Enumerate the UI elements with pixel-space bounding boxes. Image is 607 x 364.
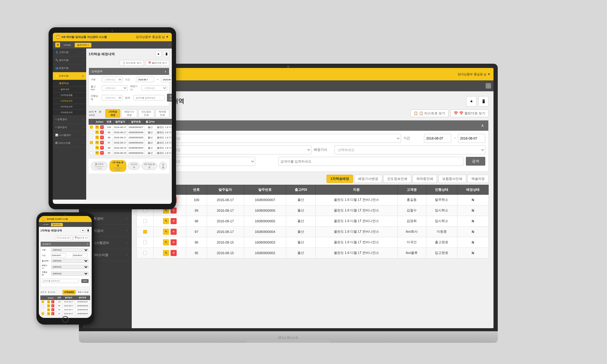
search-btn[interactable]: 검색 (466, 157, 485, 166)
edit-icon[interactable]: ✎ (163, 250, 169, 256)
next-icon[interactable]: › (486, 83, 491, 89)
td-checkbox[interactable] (137, 226, 154, 237)
tablet-edit-icon[interactable]: ✎ (95, 146, 99, 150)
tablet-sidebar-system[interactable]: 📊 시스템관리› (53, 131, 86, 139)
phone-period-to[interactable] (72, 253, 87, 258)
phone-btn-change-driver[interactable]: 배정기사변경 (76, 290, 90, 295)
phone-mobile-btn[interactable]: 📱 (86, 228, 90, 233)
phone-td-cb[interactable] (41, 312, 45, 316)
tablet-sidebar-outsource[interactable]: ⭐ 외주지원∧ (53, 72, 86, 80)
edit-icon[interactable]: ✎ (163, 239, 169, 245)
phone-td-orderno[interactable]: 16080900007 (75, 300, 90, 304)
tablet-td-orderno[interactable]: 16080900002 (127, 150, 144, 156)
tablet-td-orderno[interactable]: 16080900007 (127, 125, 144, 130)
tablet-td-cb[interactable] (89, 130, 94, 135)
btn-print-insurance[interactable]: 보험증서인쇄 (438, 175, 466, 183)
tablet-td-orderno[interactable]: 16080900003 (127, 145, 144, 150)
tablet-td-cb[interactable] (89, 150, 94, 156)
tablet-sidebar-1st-status[interactable]: · 1차탁송현황 (53, 93, 86, 98)
tablet-gubun-select[interactable]: 선택하세요 (102, 77, 123, 82)
delete-icon[interactable]: ✕ (171, 239, 177, 245)
td-order-no[interactable]: 16080900005 (244, 216, 286, 226)
tablet-delete-icon[interactable]: ✕ (100, 125, 104, 129)
td-order-no[interactable]: 16080900002 (244, 248, 286, 258)
td-order-no[interactable]: 16080900004 (244, 226, 286, 237)
phone-baejung-select[interactable]: 선택하세요 (51, 265, 89, 269)
tablet-delete-icon[interactable]: ✕ (100, 146, 104, 150)
phone-period-from[interactable] (51, 253, 66, 258)
tablet-sidebar-patrol[interactable]: + 순회경비› (53, 116, 86, 123)
delete-icon[interactable]: ✕ (171, 250, 177, 256)
tablet-edit-icon[interactable]: ✎ (95, 136, 99, 139)
tablet-td-cb[interactable] (89, 135, 94, 140)
tablet-sidebar-inspection[interactable]: + 경비검사› (53, 123, 86, 131)
mobile-btn[interactable]: 📱 (478, 96, 489, 106)
phone-search-collapse[interactable]: ∧ (87, 243, 88, 245)
tablet-edit-icon[interactable]: ✎ (95, 141, 99, 144)
tablet-bookmark-btn[interactable]: ★ (155, 51, 161, 57)
search-collapse-icon[interactable]: ∧ (481, 123, 484, 128)
phone-td-orderno[interactable]: 16080900006 (75, 304, 90, 308)
phone-list-btn[interactable]: 📋 리스트로 보기 (55, 236, 72, 240)
delete-icon[interactable]: ✕ (171, 218, 177, 224)
phone-bookmark-btn[interactable]: ★ (81, 228, 85, 233)
tablet-edit-icon[interactable]: ✎ (95, 130, 99, 134)
btn-print-delivery[interactable]: 인도정보인쇄 (383, 175, 411, 183)
period-to-input[interactable] (458, 134, 485, 143)
td-checkbox[interactable] (137, 237, 154, 248)
phone-btn-1st-assign[interactable]: 1차탁송배정 (63, 290, 76, 295)
td-order-no[interactable]: 16080900003 (244, 237, 286, 248)
phone-delete-icon[interactable]: ✕ (51, 300, 54, 303)
phone-keyword-input[interactable] (42, 279, 79, 283)
phone-td-cb[interactable] (41, 308, 45, 312)
btn-print-cert[interactable]: 제작증인쇄 (412, 175, 437, 183)
edit-icon[interactable]: ✎ (163, 218, 169, 224)
tablet-delete-icon[interactable]: ✕ (100, 136, 104, 139)
tablet-delete-icon[interactable]: ✕ (100, 130, 104, 134)
tablet-delete-icon[interactable]: ✕ (100, 151, 104, 155)
list-view-btn[interactable]: 📋 📋 리스트로 보기 (410, 110, 449, 117)
tablet-td-cb[interactable] (89, 125, 94, 130)
phone-edit-icon[interactable]: ✎ (47, 308, 50, 311)
tablet-edit-icon[interactable]: ✎ (95, 151, 99, 155)
phone-delete-icon[interactable]: ✕ (51, 304, 54, 307)
tablet-td-orderno[interactable]: 16080900004 (127, 140, 144, 145)
tablet-edit-icon[interactable]: ✎ (95, 125, 99, 129)
phone-search-btn[interactable]: 검색 (81, 279, 89, 283)
phone-delete-icon[interactable]: ✕ (51, 308, 54, 311)
tablet-period-from[interactable] (136, 77, 154, 82)
tablet-calendar-view-btn[interactable]: 📅 캘린더로 보기 (146, 60, 169, 66)
tablet-sidebar-logistics[interactable]: - 물류탁송 (53, 80, 86, 87)
tablet-menu-icon[interactable]: ☰ (55, 42, 60, 47)
tablet-sidebar-ops[interactable]: 👥 운영지원› (53, 64, 86, 72)
tablet-btn-print-delivery[interactable]: 인도정보인쇄 (138, 109, 154, 118)
phone-edit-icon[interactable]: ✎ (47, 312, 50, 315)
td-order-no[interactable]: 16080900007 (244, 194, 286, 205)
btn-change-driver[interactable]: 배정기사변경 (354, 175, 382, 183)
td-checkbox[interactable] (137, 216, 154, 226)
phone-td-orderno[interactable]: 16080900005 (75, 308, 90, 312)
tablet-search-collapse[interactable]: ∧ (164, 70, 167, 73)
phone-calendar-btn[interactable]: 📅 캘린더로 보기 (73, 236, 90, 240)
bookmark-btn[interactable]: ★ (466, 96, 476, 106)
phone-jinhang-select[interactable]: 선택하세요 (51, 271, 89, 276)
phone-edit-icon[interactable]: ✎ (47, 304, 50, 307)
tablet-btn-change-driver[interactable]: 배정기사변경 (121, 109, 137, 118)
tablet-td-orderno[interactable]: 16080900005 (127, 135, 144, 140)
td-order-no[interactable]: 16080900006 (244, 205, 286, 216)
btn-excel[interactable]: 액셀저장 (467, 175, 489, 183)
gubun-select[interactable]: 선택하세요 (161, 134, 401, 143)
tablet-sidebar-2nd-assign[interactable]: · 2차배정내역 (53, 110, 86, 116)
tablet-sidebar-service[interactable]: ☰ 서비스지원› (53, 139, 86, 147)
tablet-sidebar-1st-history[interactable]: · 1차탁송내역 (53, 98, 86, 104)
phone-home-button[interactable] (62, 316, 69, 323)
calendar-view-btn[interactable]: 📅 📅 캘린더로 보기 (450, 110, 489, 117)
tablet-mobile-btn[interactable]: 📱 (163, 51, 169, 57)
tablet-td-cb[interactable] (89, 140, 94, 145)
period-from-input[interactable] (424, 134, 451, 143)
tablet-td-cb[interactable] (89, 145, 94, 150)
delete-icon[interactable]: ✕ (171, 229, 177, 235)
edit-icon[interactable]: ✎ (163, 229, 169, 235)
tablet-btn-1st-assign[interactable]: 1차탁송배정 (105, 109, 120, 118)
phone-gubun-select[interactable]: 선택하세요 (51, 248, 89, 252)
